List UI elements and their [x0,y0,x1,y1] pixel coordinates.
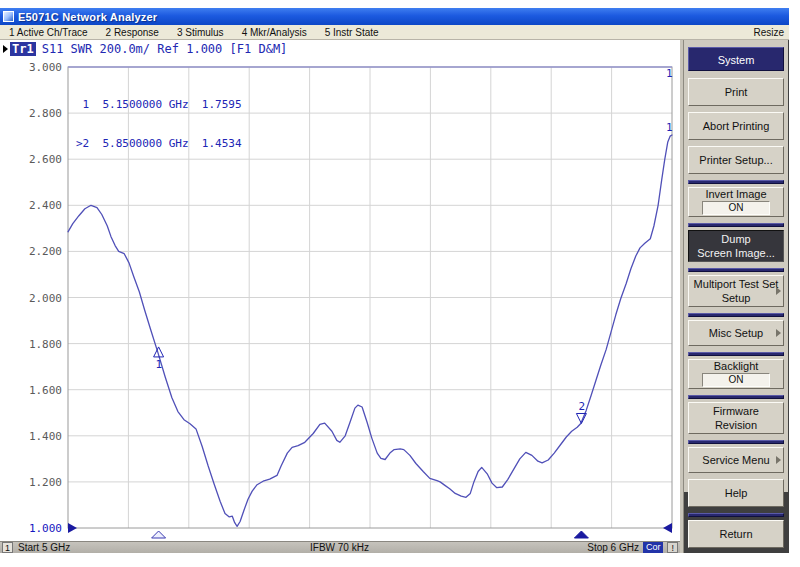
marker-2-number: 2 [578,400,585,413]
softkey-label-line2: Setup [689,291,783,305]
trace-corner-number: 1 [666,67,673,80]
correction-badge: Cor [643,542,664,553]
trace1-badge[interactable]: Tr1 [10,42,36,56]
y-axis-tick-label: 1.600 [2,384,62,397]
menu-resize[interactable]: Resize [753,27,789,38]
softkey-label: Print [689,86,783,98]
y-axis-tick-label: 1.200 [2,476,62,489]
softkey-toggle-state: ON [702,201,770,215]
menu-item-instr-state[interactable]: 5 Instr State [316,27,388,38]
softkey-dump[interactable]: DumpScreen Image... [688,230,784,262]
active-trace-arrow-icon [3,45,8,53]
softkey-toggle-state: ON [702,373,770,387]
window-title: E5071C Network Analyzer [18,11,157,23]
app-icon [3,11,14,22]
submenu-arrow-icon [776,456,781,464]
analyzer-window: E5071C Network Analyzer 1 Active Ch/Trac… [0,8,789,553]
softkey-label: Firmware [689,404,783,418]
softkey-label: Printer Setup... [689,154,783,166]
softkey-group-separator [688,268,784,272]
y-axis-tick-label: 2.800 [2,107,62,120]
marker-1-stimulus-triangle[interactable] [152,531,166,538]
softkey-label-line2: Revision [689,418,783,432]
softkey-group-separator [688,395,784,399]
softkey-label: Help [689,487,783,499]
softkey-sidebar: System PrintAbort PrintingPrinter Setup.… [680,40,789,553]
softkey-abort-printing[interactable]: Abort Printing [688,112,784,140]
softkey-service-menu[interactable]: Service Menu [688,447,784,473]
softkey-group-separator [688,223,784,227]
softkey-firmware[interactable]: FirmwareRevision [688,402,784,434]
softkey-help[interactable]: Help [688,479,784,507]
softkey-group-separator [688,313,784,317]
trace1-settings-text: S11 SWR 200.0m/ Ref 1.000 [F1 D&M] [42,42,288,56]
softkey-backlight[interactable]: BacklightON [688,359,784,389]
y-axis-tick-label: 2.400 [2,199,62,212]
submenu-arrow-icon [776,329,781,337]
start-frequency-label: Start 5 GHz [18,542,70,553]
channel-badge: 1 [2,542,13,553]
y-axis-tick-label: 3.000 [2,61,62,74]
softkey-label-line2: Screen Image... [689,246,783,260]
softkey-group-separator [688,513,784,517]
softkey-multiport-test-set[interactable]: Multiport Test SetSetup [688,275,784,307]
softkey-label: Dump [689,232,783,246]
trace-status-line: Tr1 S11 SWR 200.0m/ Ref 1.000 [F1 D&M] [3,42,287,56]
alert-badge[interactable]: ! [667,542,678,553]
marker-1-number: 1 [156,358,163,371]
menu-item-response[interactable]: 2 Response [97,27,168,38]
stop-frequency-label: Stop 6 GHz [587,542,639,553]
marker2-readout-row: >2 5.8500000 GHz 1.4534 [76,137,242,150]
status-bar: 1 Start 5 GHz IFBW 70 kHz Stop 6 GHz Cor… [0,541,680,553]
softkey-label: Return [689,528,783,540]
marker-readout-table: 1 5.1500000 GHz 1.7595 >2 5.8500000 GHz … [76,72,242,176]
softkey-group-separator [688,440,784,444]
ifbw-indicator: IFBW 70 kHz [310,542,369,553]
softkey-label: Invert Image [689,188,783,200]
softkey-label: Misc Setup [689,327,783,339]
softkey-invert-image[interactable]: Invert ImageON [688,187,784,217]
y-axis-tick-label: 2.200 [2,245,62,258]
softkey-misc-setup[interactable]: Misc Setup [688,320,784,346]
y-axis-tick-label: 1.800 [2,338,62,351]
menu-item-mkr-analysis[interactable]: 4 Mkr/Analysis [233,27,316,38]
window-titlebar[interactable]: E5071C Network Analyzer [0,8,789,25]
ref-level-right-triangle[interactable] [663,523,672,533]
softkey-label: Backlight [689,360,783,372]
softkey-column: System PrintAbort PrintingPrinter Setup.… [684,40,788,492]
softkey-menu-title: System [688,47,784,71]
plot-region: 1112 3.0002.8002.6002.4002.2002.0001.800… [0,40,680,541]
softkey-print[interactable]: Print [688,78,784,106]
ref-level-left-triangle[interactable] [68,523,77,533]
marker1-readout-row: 1 5.1500000 GHz 1.7595 [76,98,242,111]
menu-item-stimulus[interactable]: 3 Stimulus [168,27,233,38]
y-axis-reference-label: 1.000 [2,522,62,535]
softkey-group-separator [688,180,784,184]
softkey-label: Multiport Test Set [689,277,783,291]
menu-bar: 1 Active Ch/Trace 2 Response 3 Stimulus … [0,25,789,40]
softkey-return[interactable]: Return [688,520,784,548]
marker-2-stimulus-triangle[interactable] [574,531,588,538]
softkey-label: Abort Printing [689,120,783,132]
y-axis-tick-label: 2.000 [2,292,62,305]
y-axis-tick-label: 2.600 [2,153,62,166]
trace-end-number: 1 [666,121,673,134]
submenu-arrow-icon [776,287,781,295]
menu-item-active-ch-trace[interactable]: 1 Active Ch/Trace [0,27,97,38]
softkey-label: Service Menu [689,454,783,466]
softkey-group-separator [688,352,784,356]
softkey-printer-setup[interactable]: Printer Setup... [688,146,784,174]
y-axis-tick-label: 1.400 [2,430,62,443]
